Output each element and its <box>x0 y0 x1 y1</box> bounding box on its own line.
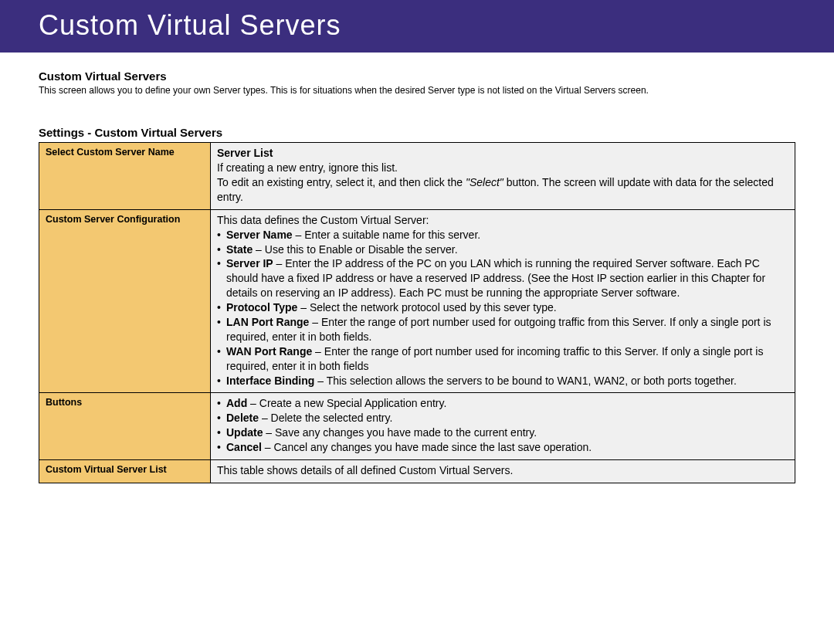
text-fragment: To edit an existing entry, select it, an… <box>217 176 466 188</box>
field-desc: – Cancel any changes you have made since… <box>262 441 592 453</box>
list-item: Server IP – Enter the IP address of the … <box>217 256 788 300</box>
table-row: Select Custom Server Name Server List If… <box>39 143 795 210</box>
select-emphasis: "Select" <box>466 176 503 188</box>
table-row: Custom Virtual Server List This table sh… <box>39 460 795 483</box>
field-name: State <box>226 243 253 256</box>
list-item: Add – Create a new Special Application e… <box>217 396 788 411</box>
field-name: Server IP <box>226 257 273 269</box>
table-row: Custom Server Configuration This data de… <box>39 209 795 393</box>
row-label-custom-config: Custom Server Configuration <box>39 209 211 393</box>
page-content: Custom Virtual Servers This screen allow… <box>0 53 834 491</box>
row-label-server-list: Custom Virtual Server List <box>39 460 211 483</box>
row-desc-server-list: This table shows details of all defined … <box>211 460 795 483</box>
field-desc: – Enter the IP address of the PC on you … <box>226 257 765 299</box>
field-desc: – Delete the selected entry. <box>259 412 392 424</box>
list-item: WAN Port Range – Enter the range of port… <box>217 344 788 374</box>
row-label-select-server: Select Custom Server Name <box>39 143 211 210</box>
row-desc-select-server: Server List If creating a new entry, ign… <box>211 143 795 210</box>
field-desc: – Enter a suitable name for this server. <box>293 229 481 241</box>
field-name: Server Name <box>226 229 293 241</box>
row-desc-custom-config: This data defines the Custom Virtual Ser… <box>211 209 795 393</box>
settings-heading: Settings - Custom Virtual Servers <box>39 126 795 139</box>
list-item: Interface Binding – This selection allow… <box>217 374 788 388</box>
list-item: LAN Port Range – Enter the range of port… <box>217 315 788 344</box>
list-item: Protocol Type – Select the network proto… <box>217 300 788 315</box>
list-item: Server Name – Enter a suitable name for … <box>217 228 788 242</box>
field-desc: – This selection allows the servers to b… <box>314 375 737 387</box>
list-item: Cancel – Cancel any changes you have mad… <box>217 440 788 455</box>
field-desc: – Select the network protocol used by th… <box>297 301 556 314</box>
server-list-head: Server List <box>217 146 788 161</box>
field-name: WAN Port Range <box>226 345 312 358</box>
settings-table: Select Custom Server Name Server List If… <box>39 142 795 483</box>
field-name: Interface Binding <box>226 375 314 387</box>
row-label-buttons: Buttons <box>39 393 211 460</box>
server-list-line1: If creating a new entry, ignore this lis… <box>217 161 788 175</box>
field-name: Cancel <box>226 441 262 453</box>
list-item: Update – Save any changes you have made … <box>217 425 788 440</box>
page-banner: Custom Virtual Servers <box>0 0 834 53</box>
field-name: Protocol Type <box>226 301 297 314</box>
field-desc: – Use this to Enable or Disable the serv… <box>253 243 457 256</box>
row-desc-buttons: Add – Create a new Special Application e… <box>211 393 795 460</box>
field-name: Delete <box>226 412 259 424</box>
field-desc: – Create a new Special Application entry… <box>247 397 446 409</box>
server-list-line2: To edit an existing entry, select it, an… <box>217 175 788 205</box>
field-name: LAN Port Range <box>226 316 309 328</box>
field-name: Update <box>226 426 263 439</box>
list-item: State – Use this to Enable or Disable th… <box>217 242 788 257</box>
field-desc: – Save any changes you have made to the … <box>263 426 537 439</box>
config-intro: This data defines the Custom Virtual Ser… <box>217 213 788 228</box>
table-row: Buttons Add – Create a new Special Appli… <box>39 393 795 460</box>
section-description: This screen allows you to define your ow… <box>39 84 795 97</box>
field-name: Add <box>226 397 247 409</box>
section-title: Custom Virtual Servers <box>39 69 795 83</box>
list-item: Delete – Delete the selected entry. <box>217 411 788 425</box>
